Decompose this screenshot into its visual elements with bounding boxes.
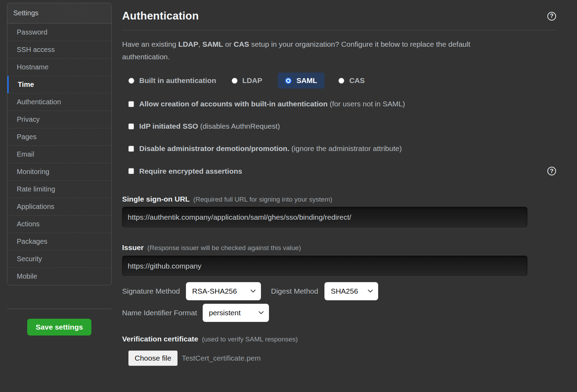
sidebar-item-applications[interactable]: Applications — [7, 198, 111, 215]
intro-saml: SAML — [202, 40, 223, 48]
intro-part: Have an existing — [122, 40, 178, 48]
checkbox-label-bold: Disable administrator demotion/promotion… — [139, 144, 290, 152]
issuer-hint: (Response issuer will be checked against… — [147, 244, 301, 251]
sidebar-item-hostname[interactable]: Hostname — [7, 58, 111, 76]
page-header: Authentication ? — [122, 0, 556, 30]
name-identifier-format-value: persistent — [209, 309, 241, 317]
sidebar-item-ssh-access[interactable]: SSH access — [7, 41, 111, 58]
checkbox-require-encrypted-assertions[interactable] — [128, 168, 134, 174]
checkbox-row-allow-builtin-accounts: Allow creation of accounts with built-in… — [128, 100, 556, 108]
radio-icon[interactable] — [128, 78, 134, 84]
issuer-input[interactable]: https://github.company — [122, 256, 527, 276]
digest-method-select[interactable]: SHA256 — [324, 282, 378, 300]
digest-method-value: SHA256 — [331, 287, 358, 295]
verification-certificate-file-row: Choose file TestCert_certificate.pem — [128, 350, 556, 366]
save-settings-button[interactable]: Save settings — [27, 319, 91, 336]
sidebar-item-mobile[interactable]: Mobile — [7, 267, 111, 285]
sidebar-item-monitoring[interactable]: Monitoring — [7, 163, 111, 180]
sidebar-item-privacy[interactable]: Privacy — [7, 111, 111, 128]
radio-label: CAS — [349, 76, 365, 85]
checkbox-label-rest: (for users not in SAML) — [328, 100, 405, 108]
intro-text: Have an existing LDAP, SAML or CAS setup… — [122, 38, 506, 63]
radio-icon[interactable] — [338, 78, 344, 84]
checkbox-label: Allow creation of accounts with built-in… — [139, 100, 405, 108]
sidebar-divider — [7, 309, 112, 309]
sidebar-item-password[interactable]: Password — [7, 23, 111, 41]
issuer-label-text: Issuer — [122, 243, 144, 251]
encrypted-assertions-help-icon[interactable]: ? — [547, 167, 556, 175]
radio-built-in-authentication[interactable]: Built in authentication — [128, 76, 216, 85]
name-identifier-format-select[interactable]: persistent — [203, 304, 269, 322]
radio-icon[interactable] — [232, 78, 238, 84]
issuer-label: Issuer (Response issuer will be checked … — [122, 243, 556, 252]
radio-saml[interactable]: SAML — [278, 73, 325, 89]
sidebar-item-security[interactable]: Security — [7, 250, 111, 267]
checkbox-label-rest: (disables AuthnRequest) — [198, 122, 280, 130]
intro-part: , — [198, 40, 202, 48]
checkbox-row-idp-initiated-sso: IdP initiated SSO (disables AuthnRequest… — [128, 122, 556, 130]
checkbox-label-bold: Allow creation of accounts with built-in… — [139, 100, 328, 108]
sidebar-menu: Settings Password SSH access Hostname Ti… — [7, 3, 112, 285]
sidebar-item-authentication[interactable]: Authentication — [7, 93, 111, 111]
header-help-icon[interactable]: ? — [547, 12, 556, 21]
sidebar-item-rate-limiting[interactable]: Rate limiting — [7, 180, 111, 198]
sso-url-label-text: Single sign-on URL — [122, 195, 190, 203]
checkbox-row-require-encrypted-assertions: Require encrypted assertions ? — [128, 167, 556, 175]
sidebar-item-time[interactable]: Time — [7, 76, 111, 93]
signature-digest-row: Signature Method RSA-SHA256 Digest Metho… — [122, 282, 556, 300]
intro-cas: CAS — [234, 40, 249, 48]
signature-method-select[interactable]: RSA-SHA256 — [186, 282, 261, 300]
sidebar-item-packages[interactable]: Packages — [7, 233, 111, 250]
radio-label: Built in authentication — [139, 76, 216, 85]
digest-method-label: Digest Method — [271, 287, 318, 295]
main-content: Authentication ? Have an existing LDAP, … — [122, 0, 556, 392]
verification-cert-filename: TestCert_certificate.pem — [182, 354, 261, 362]
name-identifier-row: Name Identifier Format persistent — [122, 304, 556, 322]
name-identifier-format-label: Name Identifier Format — [122, 309, 197, 317]
verification-certificate-label: Verification certificate (used to verify… — [122, 335, 556, 343]
checkbox-label: Disable administrator demotion/promotion… — [139, 144, 402, 153]
sidebar-header: Settings — [7, 3, 111, 23]
sidebar: Settings Password SSH access Hostname Ti… — [7, 3, 112, 392]
intro-part: or — [223, 40, 233, 48]
sso-url-label: Single sign-on URL (Required full URL fo… — [122, 195, 556, 203]
radio-label: LDAP — [242, 76, 262, 85]
checkbox-label: IdP initiated SSO (disables AuthnRequest… — [139, 122, 280, 130]
page-title: Authentication — [122, 10, 199, 22]
checkbox-label: Require encrypted assertions — [139, 167, 242, 175]
sidebar-item-email[interactable]: Email — [7, 145, 111, 163]
checkbox-label-bold: Require encrypted assertions — [139, 167, 242, 175]
signature-method-label: Signature Method — [122, 287, 180, 295]
radio-ldap[interactable]: LDAP — [232, 76, 262, 85]
verification-certificate-hint: (used to verify SAML responses) — [202, 336, 298, 343]
signature-method-value: RSA-SHA256 — [192, 287, 237, 295]
auth-method-radio-group: Built in authentication LDAP SAML CAS — [128, 73, 556, 89]
checkbox-row-disable-admin-demotion: Disable administrator demotion/promotion… — [128, 144, 556, 153]
chevron-down-icon — [258, 311, 264, 315]
sso-url-hint: (Required full URL for signing into your… — [193, 196, 332, 203]
checkbox-idp-initiated-sso[interactable] — [128, 123, 134, 129]
checkbox-label-bold: IdP initiated SSO — [139, 122, 198, 130]
verification-certificate-label-text: Verification certificate — [122, 335, 198, 343]
sidebar-item-actions[interactable]: Actions — [7, 215, 111, 233]
sso-url-input[interactable]: https://authentik.company/application/sa… — [122, 207, 527, 228]
chevron-down-icon — [368, 289, 373, 293]
sidebar-item-pages[interactable]: Pages — [7, 128, 111, 145]
checkbox-allow-builtin-accounts[interactable] — [128, 101, 134, 107]
intro-ldap: LDAP — [178, 40, 198, 48]
checkbox-disable-admin-demotion[interactable] — [128, 146, 134, 152]
radio-cas[interactable]: CAS — [338, 76, 365, 85]
radio-selected-icon[interactable] — [286, 78, 291, 83]
choose-file-button[interactable]: Choose file — [128, 350, 178, 366]
radio-label: SAML — [297, 76, 317, 85]
chevron-down-icon — [250, 289, 256, 293]
checkbox-label-rest: (ignore the administrator attribute) — [290, 144, 402, 152]
